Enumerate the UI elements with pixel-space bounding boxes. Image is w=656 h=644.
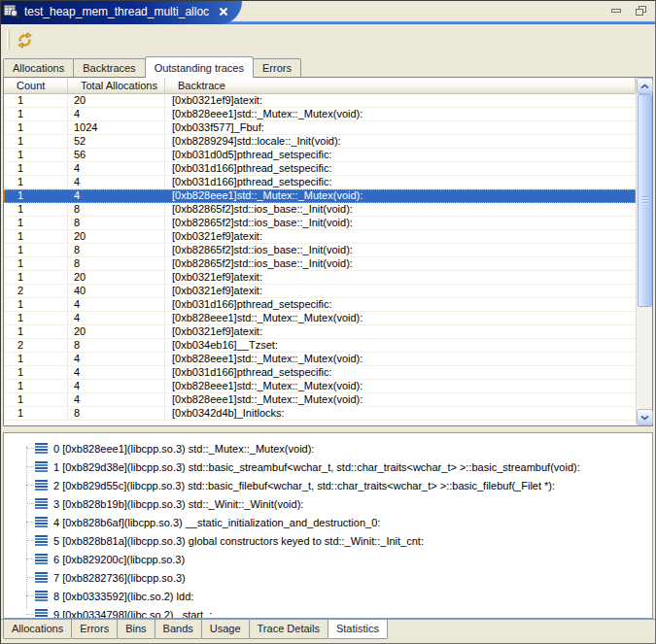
- table-row[interactable]: 120[0xb0321ef9]atexit:: [4, 325, 636, 339]
- tab-errors[interactable]: Errors: [253, 58, 301, 77]
- table-row[interactable]: 14[0xb828eee1]std::_Mutex::_Mutex(void):: [4, 353, 636, 366]
- backtrace-cell: [0xb82865f2]std::ios_base::_Init(void):: [165, 217, 636, 230]
- backtrace-text: 6 [0xb829200c](libcpp.so.3): [53, 554, 185, 565]
- outstanding-traces-table: CountTotal AllocationsBacktrace 120[0xb0…: [3, 77, 653, 426]
- column-header-total-allocations[interactable]: Total Allocations: [68, 78, 165, 94]
- table-row[interactable]: 18[0xb82865f2]std::ios_base::_Init(void)…: [4, 244, 636, 257]
- scroll-up-button[interactable]: [637, 78, 653, 94]
- backtrace-lines-icon: [35, 572, 48, 583]
- bottom-tab-errors[interactable]: Errors: [71, 620, 118, 639]
- backtrace-cell: [0xb031d0d5]pthread_setspecific:: [165, 149, 636, 162]
- backtrace-list-item[interactable]: 2 [0xb829d55c](libcpp.so.3) std::basic_f…: [4, 476, 652, 494]
- view-bottom-tab-bar: AllocationsErrorsBinsBandsUsageTrace Det…: [1, 619, 655, 643]
- total-allocations-cell: 20: [68, 94, 165, 108]
- backtrace-list-item[interactable]: 1 [0xb829d38e](libcpp.so.3) std::basic_s…: [4, 458, 652, 476]
- total-allocations-cell: 8: [68, 407, 165, 421]
- backtrace-cell: [0xb828eee1]std::_Mutex::_Mutex(void):: [165, 189, 636, 203]
- table-row[interactable]: 18[0xb82865f2]std::ios_base::_Init(void)…: [4, 217, 636, 230]
- table-row[interactable]: 14[0xb828eee1]std::_Mutex::_Mutex(void):: [4, 108, 636, 121]
- table-row[interactable]: 28[0xb034eb16]__Tzset:: [4, 339, 636, 353]
- total-allocations-cell: 40: [68, 285, 165, 298]
- total-allocations-cell: 4: [68, 366, 165, 380]
- column-header-count[interactable]: Count: [4, 78, 68, 94]
- column-header-backtrace[interactable]: Backtrace: [165, 78, 636, 94]
- backtrace-list-item[interactable]: 8 [0xb0333592](libc.so.2) ldd:: [4, 587, 652, 605]
- backtrace-lines-icon: [35, 609, 48, 619]
- table-body: 120[0xb0321ef9]atexit:14[0xb828eee1]std:…: [4, 94, 636, 425]
- table-row[interactable]: 240[0xb0321ef9]atexit:: [4, 285, 636, 298]
- backtrace-text: 8 [0xb0333592](libc.so.2) ldd:: [53, 591, 193, 602]
- backtrace-list-item[interactable]: 9 [0xb0334798](libc.so.2) _start_:: [4, 605, 652, 619]
- table-row[interactable]: 11024[0xb033f577]_Fbuf:: [4, 121, 636, 135]
- backtrace-list-item[interactable]: 7 [0xb8282736](libcpp.so.3): [4, 568, 652, 587]
- view-tab[interactable]: test_heap_mem_thread_multi_alloc: [1, 1, 242, 24]
- backtrace-lines-icon: [35, 535, 48, 546]
- bottom-tab-usage[interactable]: Usage: [201, 620, 250, 639]
- total-allocations-cell: 4: [68, 312, 165, 325]
- count-cell: 1: [4, 176, 68, 189]
- total-allocations-cell: 8: [68, 217, 165, 230]
- count-cell: 1: [4, 189, 68, 203]
- table-row[interactable]: 14[0xb828eee1]std::_Mutex::_Mutex(void):: [4, 312, 636, 325]
- backtrace-list-item[interactable]: 4 [0xb828b6af](libcpp.so.3) __static_ini…: [4, 513, 652, 531]
- table-row[interactable]: 14[0xb031d166]pthread_setspecific:: [4, 176, 636, 189]
- backtrace-list-item[interactable]: 3 [0xb828b19b](libcpp.so.3) std::_Winit:…: [4, 494, 652, 513]
- bottom-tab-allocations[interactable]: Allocations: [3, 620, 72, 639]
- table-row[interactable]: 14[0xb828eee1]std::_Mutex::_Mutex(void):: [4, 380, 636, 393]
- toolbar-grip[interactable]: [7, 29, 10, 50]
- bottom-tab-statistics[interactable]: Statistics: [328, 620, 388, 639]
- bottom-tab-bins[interactable]: Bins: [117, 620, 155, 639]
- table-row[interactable]: 14[0xb031d166]pthread_setspecific:: [4, 366, 636, 380]
- minimize-icon[interactable]: [609, 5, 623, 17]
- table-row[interactable]: 120[0xb0321ef9]atexit:: [4, 94, 636, 108]
- tab-allocations[interactable]: Allocations: [3, 58, 74, 77]
- backtrace-lines-icon: [35, 443, 48, 454]
- tab-backtraces[interactable]: Backtraces: [73, 58, 145, 77]
- bottom-tab-trace-details[interactable]: Trace Details: [249, 620, 328, 639]
- total-allocations-cell: 8: [68, 244, 165, 257]
- backtrace-text: 3 [0xb828b19b](libcpp.so.3) std::_Winit:…: [53, 498, 303, 510]
- bottom-tab-bands[interactable]: Bands: [155, 620, 202, 639]
- count-cell: 1: [4, 366, 68, 380]
- view-title: test_heap_mem_thread_multi_alloc: [24, 5, 209, 18]
- table-row[interactable]: 120[0xb0321ef9]atexit:: [4, 230, 636, 244]
- table-row[interactable]: 18[0xb0342d4b]_Initlocks:: [4, 407, 636, 421]
- count-cell: 1: [4, 217, 68, 230]
- vertical-scrollbar[interactable]: [636, 78, 652, 425]
- backtrace-text: 9 [0xb0334798](libc.so.2) _start_:: [53, 609, 212, 620]
- total-allocations-cell: 20: [68, 325, 165, 339]
- table-row[interactable]: 14[0xb828eee1]std::_Mutex::_Mutex(void):: [4, 393, 636, 407]
- total-allocations-cell: 4: [68, 380, 165, 393]
- total-allocations-cell: 4: [68, 393, 165, 407]
- table-row[interactable]: 18[0xb82865f2]std::ios_base::_Init(void)…: [4, 203, 636, 217]
- total-allocations-cell: 4: [68, 353, 165, 366]
- tree-connector-stub: [26, 522, 34, 523]
- backtrace-list-item[interactable]: 5 [0xb828b81a](libcpp.so.3) global const…: [4, 531, 652, 550]
- table-header: CountTotal AllocationsBacktrace: [4, 78, 636, 94]
- restore-icon[interactable]: [634, 5, 647, 17]
- backtrace-list-item[interactable]: 0 [0xb828eee1](libcpp.so.3) std::_Mutex:…: [4, 439, 652, 458]
- count-cell: 1: [4, 94, 68, 108]
- refresh-button[interactable]: [16, 30, 35, 50]
- backtrace-lines-icon: [35, 498, 48, 509]
- table-row[interactable]: 156[0xb031d0d5]pthread_setspecific:: [4, 149, 636, 162]
- backtrace-list-item[interactable]: 6 [0xb829200c](libcpp.so.3): [4, 550, 652, 568]
- count-cell: 1: [4, 380, 68, 393]
- backtrace-cell: [0xb828eee1]std::_Mutex::_Mutex(void):: [165, 353, 636, 366]
- view-toolbar: [1, 24, 655, 55]
- tab-outstanding-traces[interactable]: Outstanding traces: [145, 56, 254, 78]
- total-allocations-cell: 4: [68, 108, 165, 121]
- scroll-down-button[interactable]: [637, 409, 653, 425]
- table-row[interactable]: 120[0xb0321ef9]atexit:: [4, 271, 636, 285]
- scrollbar-thumb[interactable]: [638, 94, 652, 307]
- table-row[interactable]: 14[0xb031d166]pthread_setspecific:: [4, 298, 636, 312]
- table-row[interactable]: 14[0xb031d166]pthread_setspecific:: [4, 162, 636, 176]
- chevron-down-icon: [640, 415, 649, 421]
- total-allocations-cell: 4: [68, 162, 165, 176]
- table-row[interactable]: 14[0xb828eee1]std::_Mutex::_Mutex(void):: [4, 189, 636, 203]
- count-cell: 1: [4, 298, 68, 312]
- table-row[interactable]: 152[0xb8289294]std::locale::_Init(void):: [4, 135, 636, 149]
- table-row[interactable]: 18[0xb82865f2]std::ios_base::_Init(void)…: [4, 257, 636, 271]
- close-icon[interactable]: [218, 7, 228, 17]
- backtrace-cell: [0xb0321ef9]atexit:: [165, 285, 636, 298]
